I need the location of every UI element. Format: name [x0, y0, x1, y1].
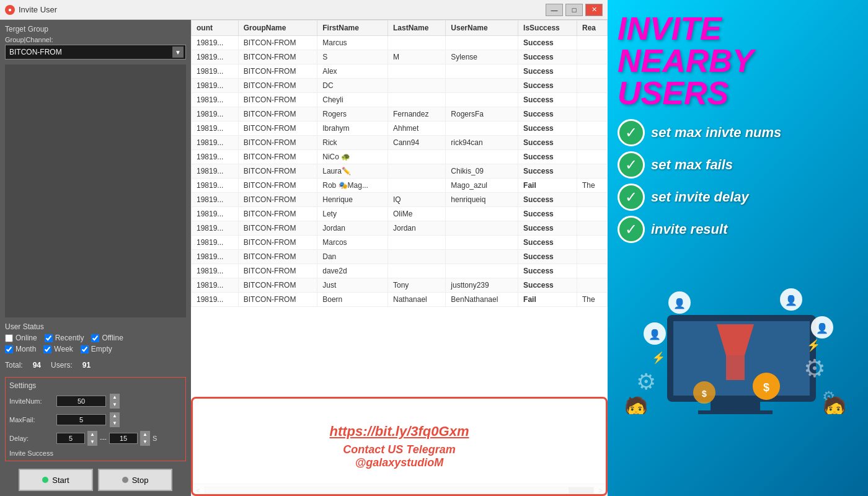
- max-fail-spinner[interactable]: ▲ ▼: [110, 412, 120, 427]
- cell-username: rick94can: [446, 136, 518, 150]
- group-dropdown-container[interactable]: BITCON-FROM ▼: [5, 45, 186, 60]
- table-body: 19819... BITCON-FROM Marcus Success 1981…: [192, 36, 608, 307]
- cell-status: Success: [518, 93, 577, 107]
- cell-count: 19819...: [192, 207, 239, 221]
- max-fail-down[interactable]: ▼: [110, 420, 120, 427]
- cell-count: 19819...: [192, 79, 239, 93]
- stop-button[interactable]: Stop: [98, 469, 172, 491]
- feature-item-4: ✓ invite result: [618, 216, 858, 243]
- table-row: 19819... BITCON-FROM Alex Success: [192, 64, 608, 79]
- delay-max-down[interactable]: ▼: [140, 438, 150, 446]
- cell-username: [446, 64, 518, 79]
- cell-username: [446, 264, 518, 278]
- cell-username: [446, 79, 518, 93]
- cell-status: Success: [518, 36, 577, 50]
- promo-svg: ⚙ ⚙ ⚙ 👤 👤 👤 👤 $ $ 🧑 🧑 ⚡ ⚡: [618, 253, 853, 414]
- week-checkbox-label[interactable]: Week: [43, 345, 73, 353]
- week-checkbox[interactable]: [43, 345, 51, 353]
- cell-username: [446, 36, 518, 50]
- table-row: 19819... BITCON-FROM DC Success: [192, 79, 608, 93]
- minimize-button[interactable]: —: [546, 4, 563, 16]
- max-fail-up[interactable]: ▲: [110, 412, 120, 420]
- close-button[interactable]: ✕: [585, 4, 603, 16]
- empty-checkbox[interactable]: [81, 345, 89, 353]
- start-button[interactable]: Start: [19, 469, 93, 491]
- delay-min-down[interactable]: ▼: [87, 438, 97, 446]
- promo-illustration: ⚙ ⚙ ⚙ 👤 👤 👤 👤 $ $ 🧑 🧑 ⚡ ⚡: [618, 253, 858, 414]
- delay-max-up[interactable]: ▲: [140, 431, 150, 438]
- svg-text:🧑: 🧑: [624, 396, 649, 414]
- cell-group: BITCON-FROM: [238, 79, 317, 93]
- cell-firstname: DC: [317, 79, 388, 93]
- cell-username: [446, 221, 518, 236]
- cell-status: Success: [518, 107, 577, 122]
- user-status-label: User Status: [5, 322, 186, 331]
- cell-username: [446, 250, 518, 264]
- online-checkbox[interactable]: [5, 334, 13, 342]
- max-fail-input[interactable]: [56, 414, 106, 425]
- online-checkbox-label[interactable]: Online: [5, 334, 37, 342]
- app-icon: ●: [5, 5, 15, 15]
- cell-firstname: Dan: [317, 250, 388, 264]
- cell-status: Success: [518, 79, 577, 93]
- table-row: 19819... BITCON-FROM Rob 🎭Mag... Mago_az…: [192, 179, 608, 193]
- delay-min-up[interactable]: ▲: [87, 431, 97, 438]
- cell-lastname: Nathanael: [388, 293, 446, 307]
- cell-status: Success: [518, 250, 577, 264]
- invite-num-spinner[interactable]: ▲ ▼: [110, 394, 120, 409]
- week-label: Week: [54, 345, 73, 353]
- cell-reason: [577, 221, 608, 236]
- cell-reason: The: [577, 179, 608, 193]
- cell-group: BITCON-FROM: [238, 250, 317, 264]
- cell-reason: The: [577, 293, 608, 307]
- delay-max-spinner[interactable]: ▲ ▼: [140, 431, 150, 446]
- table-row: 19819... BITCON-FROM Boern Nathanael Ben…: [192, 293, 608, 307]
- cell-firstname: Rick: [317, 136, 388, 150]
- delay-min-input[interactable]: [56, 433, 85, 444]
- dropdown-arrow-icon: ▼: [172, 46, 184, 58]
- group-channel-label: Group|Channel:: [5, 36, 186, 43]
- table-row: 19819... BITCON-FROM Henrique IQ henriqu…: [192, 193, 608, 207]
- maximize-button[interactable]: □: [565, 4, 583, 16]
- invite-num-input[interactable]: [56, 396, 106, 407]
- invite-num-down[interactable]: ▼: [110, 401, 120, 409]
- cell-status: Success: [518, 150, 577, 164]
- feature-list: ✓ set max inivte nums ✓ set max fails ✓ …: [618, 119, 858, 243]
- svg-rect-2: [711, 402, 760, 410]
- cell-username: [446, 122, 518, 136]
- recently-checkbox[interactable]: [45, 334, 53, 342]
- offline-checkbox[interactable]: [91, 334, 99, 342]
- delay-max-input[interactable]: [109, 433, 138, 444]
- cell-firstname: Boern: [317, 293, 388, 307]
- cell-firstname: Henrique: [317, 193, 388, 207]
- cell-group: BITCON-FROM: [238, 179, 317, 193]
- svg-text:🧑: 🧑: [822, 396, 847, 414]
- cell-count: 19819...: [192, 136, 239, 150]
- cell-lastname: IQ: [388, 193, 446, 207]
- cell-lastname: Tony: [388, 278, 446, 293]
- cell-lastname: Jordan: [388, 221, 446, 236]
- invite-num-up[interactable]: ▲: [110, 394, 120, 401]
- group-channel-dropdown[interactable]: BITCON-FROM: [5, 45, 186, 60]
- cell-username: henriqueiq: [446, 193, 518, 207]
- cell-lastname: [388, 236, 446, 250]
- stop-dot: [122, 477, 128, 483]
- cell-status: Success: [518, 50, 577, 64]
- cell-reason: [577, 136, 608, 150]
- table-row: 19819... BITCON-FROM Cheyli Success: [192, 93, 608, 107]
- cell-status: Success: [518, 221, 577, 236]
- cell-group: BITCON-FROM: [238, 164, 317, 179]
- month-checkbox-label[interactable]: Month: [5, 345, 36, 353]
- invite-num-label: InviteNum:: [9, 397, 53, 405]
- recently-checkbox-label[interactable]: Recently: [45, 334, 84, 342]
- offline-checkbox-label[interactable]: Offline: [91, 334, 123, 342]
- delay-min-spinner[interactable]: ▲ ▼: [87, 431, 97, 446]
- max-fail-label: MaxFail:: [9, 416, 53, 423]
- window-controls[interactable]: — □ ✕: [546, 4, 603, 16]
- month-checkbox[interactable]: [5, 345, 13, 353]
- empty-checkbox-label[interactable]: Empty: [81, 345, 112, 353]
- table-row: 19819... BITCON-FROM Laura✏️ Chikis_09 S…: [192, 164, 608, 179]
- cell-status: Success: [518, 207, 577, 221]
- cell-reason: [577, 122, 608, 136]
- table-row: 19819... BITCON-FROM Jordan Jordan Succe…: [192, 221, 608, 236]
